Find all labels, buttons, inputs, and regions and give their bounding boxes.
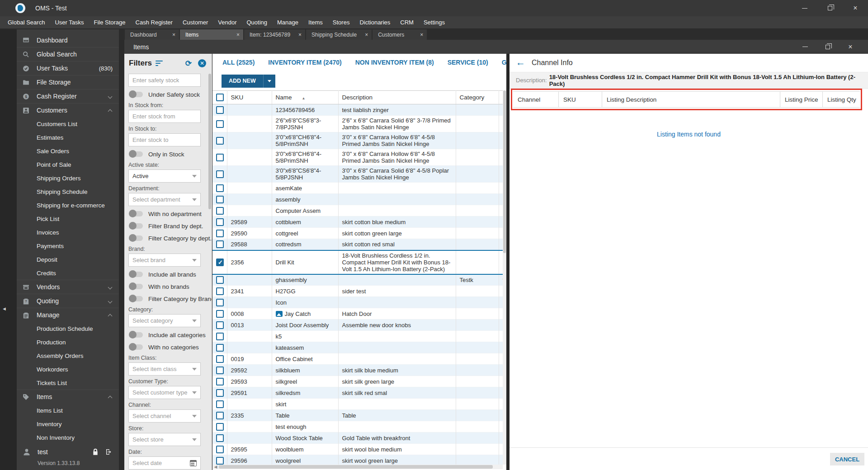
add-new-dropdown-button[interactable] <box>264 75 275 88</box>
filter-toggle-filter-category-by-brand[interactable]: Filter Category by Brand <box>128 294 206 303</box>
table-row[interactable]: 123456789456test liablish zinger <box>212 104 503 116</box>
sidebar-item-production-schedule[interactable]: Production Schedule <box>17 322 119 335</box>
filter-input-enter-safety-stock[interactable] <box>128 74 201 87</box>
table-row[interactable]: assembly <box>212 194 503 205</box>
filter-toggle-with-no-department[interactable]: With no department <box>128 209 206 218</box>
table-row[interactable]: 29589cottbluemskirt cotton blue medium <box>212 216 503 228</box>
sidebar-item-customers[interactable]: Customers <box>17 103 119 117</box>
row-checkbox[interactable] <box>216 137 224 145</box>
sidebar-item-items-list[interactable]: Items List <box>17 404 119 417</box>
sidebar-item-shipping-for-e-commerce[interactable]: Shipping for e-commerce <box>17 198 119 212</box>
column-header-brand[interactable]: Brand <box>499 91 503 104</box>
table-row[interactable]: 2'6"x6'8"CS6'8"3-7/8PJSNH2'6" x 6'8" Car… <box>212 116 503 132</box>
row-checkbox[interactable] <box>216 120 224 128</box>
table-row[interactable]: 29591silkredsmskirt silk red smal <box>212 387 503 399</box>
toggle-switch[interactable] <box>129 223 143 229</box>
toggle-switch[interactable] <box>129 211 143 216</box>
table-row[interactable]: k5 <box>212 331 503 342</box>
select-all-checkbox[interactable] <box>216 94 224 101</box>
row-checkbox[interactable] <box>216 310 224 318</box>
sidebar-item-sale-orders[interactable]: Sale Orders <box>17 144 119 158</box>
table-row[interactable]: 0013Joist Door AssemblyAssemble new door… <box>212 320 503 331</box>
doc-tab-item-123456789[interactable]: Item: 123456789× <box>244 29 305 40</box>
table-row[interactable]: 3'0"x6'8"CH6'8"4-5/8PrimSNH3'0" x 6'8" C… <box>212 132 503 149</box>
sidebar-item-file-storage[interactable]: File Storage <box>17 75 119 89</box>
menu-item-manage[interactable]: Manage <box>272 16 303 28</box>
menu-item-file-storage[interactable]: File Storage <box>89 16 130 28</box>
row-checkbox[interactable] <box>216 423 224 431</box>
menu-item-global-search[interactable]: Global Search <box>3 16 50 28</box>
toggle-switch[interactable] <box>129 296 143 301</box>
filter-select-item-class[interactable]: Select item class <box>128 362 201 376</box>
tab-close-icon[interactable]: × <box>172 32 175 38</box>
sidebar-collapse-icon[interactable]: ◄ <box>2 306 7 311</box>
table-row[interactable]: 29595woolbluemskirt wool blue medium <box>212 444 503 455</box>
sidebar-item-quoting[interactable]: ?Quoting <box>17 294 119 308</box>
menu-item-quoting[interactable]: Quoting <box>241 16 272 28</box>
window-close-button[interactable]: × <box>843 0 868 16</box>
sidebar-item-tickets-list[interactable]: Tickets List <box>17 376 119 390</box>
filter-toggle-only-in-stock[interactable]: Only in Stock <box>128 150 206 159</box>
tab-inventory-item-2470[interactable]: INVENTORY ITEM (2470) <box>268 54 341 72</box>
menu-item-customer[interactable]: Customer <box>178 16 213 28</box>
row-checkbox[interactable] <box>216 389 224 397</box>
filter-select-active-state[interactable]: Active <box>128 169 201 183</box>
sidebar-item-production[interactable]: Production <box>17 335 119 349</box>
filter-toggle-include-all-categories[interactable]: Include all categories <box>128 330 206 339</box>
sidebar-item-point-of-sale[interactable]: Point of Sale <box>17 158 119 171</box>
sidebar-item-shipping-schedule[interactable]: Shipping Schedule <box>17 185 119 198</box>
doc-tab-shipping-schedule[interactable]: Shipping Schedule× <box>306 29 372 40</box>
row-checkbox[interactable] <box>216 378 224 385</box>
filter-date-date[interactable]: Select date <box>128 456 201 470</box>
sidebar-item-items[interactable]: Items <box>17 390 119 404</box>
menu-item-items[interactable]: Items <box>303 16 328 28</box>
sidebar-item-manage[interactable]: Manage <box>17 308 119 322</box>
row-checkbox[interactable] <box>216 299 224 306</box>
tab-close-icon[interactable]: × <box>420 32 423 38</box>
sidebar-item-non-inventory[interactable]: Non Inventory <box>17 431 119 444</box>
scroll-left-icon[interactable]: ◀ <box>212 465 219 469</box>
filter-toggle-filter-brand-by-dept[interactable]: Filter Brand by dept. <box>128 221 206 230</box>
table-row[interactable]: 3'0"x6'8"CS6'8"4-5/8PJSNH3'0" x 6'8" Car… <box>212 166 503 183</box>
row-checkbox[interactable] <box>216 355 224 363</box>
table-row[interactable]: 2341H27GGsider test <box>212 286 503 297</box>
back-arrow-icon[interactable]: ← <box>516 57 525 68</box>
menu-item-crm[interactable]: CRM <box>395 16 419 28</box>
filters-scrollbar[interactable] <box>208 74 211 209</box>
tab-close-icon[interactable]: × <box>298 32 302 38</box>
table-row[interactable]: 29596woolgreelskirt wool green large <box>212 455 503 465</box>
table-row[interactable]: test enough <box>212 421 503 432</box>
row-checkbox[interactable] <box>216 367 224 374</box>
sidebar-item-workorders[interactable]: Workorders <box>17 362 119 376</box>
tab-non-inventory-item-8[interactable]: NON INVENTORY ITEM (8) <box>355 54 434 72</box>
filters-close-icon[interactable]: ✕ <box>198 59 206 67</box>
row-checkbox[interactable] <box>216 434 224 442</box>
items-window-close-button[interactable]: × <box>839 40 862 54</box>
row-checkbox[interactable] <box>216 106 224 114</box>
row-checkbox[interactable] <box>216 412 224 419</box>
filter-toggle-filter-category-by-dept[interactable]: Filter Category by dept. <box>128 234 206 243</box>
filter-text-input[interactable] <box>132 113 197 120</box>
table-row[interactable]: 0008Jay CatchHatch Door <box>212 308 503 320</box>
filter-toggle-with-no-categories[interactable]: With no categories <box>128 343 206 352</box>
doc-tab-customers[interactable]: Customers× <box>373 29 427 40</box>
row-checkbox[interactable] <box>216 154 224 161</box>
filter-toggle-with-no-brands[interactable]: With no brands <box>128 282 206 291</box>
row-checkbox[interactable] <box>216 344 224 352</box>
toggle-switch[interactable] <box>129 272 143 277</box>
filter-text-input[interactable] <box>132 77 197 84</box>
row-checkbox[interactable] <box>216 230 224 237</box>
sidebar-item-payments[interactable]: Payments <box>17 239 119 253</box>
menu-item-cash-register[interactable]: Cash Register <box>131 16 178 28</box>
sidebar-item-customers-list[interactable]: Customers List <box>17 117 119 131</box>
row-checkbox[interactable] <box>216 457 224 465</box>
row-checkbox[interactable] <box>216 400 224 408</box>
row-checkbox[interactable] <box>216 218 224 226</box>
filter-input-enter-stock-from[interactable] <box>128 110 201 123</box>
filter-select-department[interactable]: Select department <box>128 193 201 206</box>
row-checkbox[interactable] <box>216 170 224 178</box>
row-checkbox[interactable] <box>216 207 224 215</box>
sidebar-item-vendors[interactable]: Vendors <box>17 280 119 294</box>
sidebar-item-estimates[interactable]: Estimates <box>17 131 119 144</box>
table-row[interactable]: 2335TableTable <box>212 410 503 421</box>
